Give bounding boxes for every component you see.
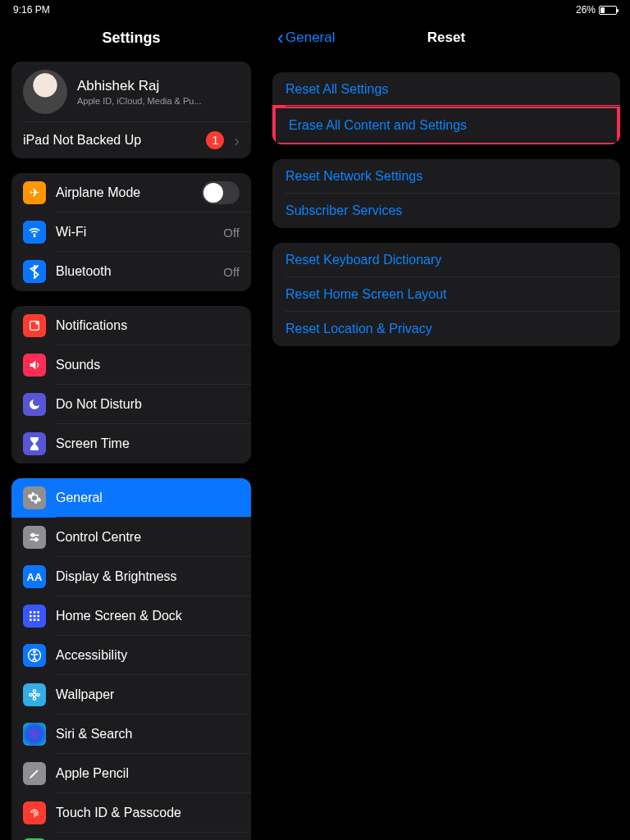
general-label: General <box>56 491 240 505</box>
moon-icon <box>23 393 46 416</box>
wallpaper-label: Wallpaper <box>56 687 240 702</box>
hourglass-icon <box>23 432 46 455</box>
svg-rect-14 <box>34 619 36 621</box>
reset-all-settings[interactable]: Reset All Settings <box>272 72 620 107</box>
partial-row[interactable] <box>11 833 251 840</box>
detail-header: ‹ General Reset <box>272 18 620 57</box>
accessibility-label: Accessibility <box>56 648 240 663</box>
screentime-label: Screen Time <box>56 436 240 451</box>
accessibility-icon <box>23 644 46 667</box>
back-button[interactable]: ‹ General <box>272 28 335 48</box>
reset-keyboard-dictionary[interactable]: Reset Keyboard Dictionary <box>272 243 620 277</box>
chevron-right-icon: › <box>234 131 240 150</box>
backup-label: iPad Not Backed Up <box>23 133 196 148</box>
apple-pencil-label: Apple Pencil <box>56 766 240 781</box>
home-screen-label: Home Screen & Dock <box>56 609 240 623</box>
svg-rect-12 <box>37 615 39 618</box>
control-centre-label: Control Centre <box>56 530 240 545</box>
fingerprint-icon <box>23 801 46 824</box>
svg-point-19 <box>33 690 35 692</box>
pencil-icon <box>23 762 46 785</box>
reset-network-settings[interactable]: Reset Network Settings <box>272 159 620 194</box>
battery-status: 26% <box>576 4 617 16</box>
svg-rect-7 <box>30 611 32 614</box>
backup-row[interactable]: iPad Not Backed Up 1 › <box>11 122 251 158</box>
dnd-row[interactable]: Do Not Disturb <box>11 385 251 424</box>
wallpaper-row[interactable]: Wallpaper <box>11 675 251 714</box>
home-screen-row[interactable]: Home Screen & Dock <box>11 596 251 636</box>
general-row[interactable]: General <box>11 478 251 518</box>
wifi-value: Off <box>223 226 240 240</box>
reset-group-2: Reset Network Settings Subscriber Servic… <box>272 159 620 228</box>
wifi-row[interactable]: Wi-Fi Off <box>11 212 251 252</box>
erase-all-content[interactable]: Erase All Content and Settings <box>276 108 617 143</box>
gear-icon <box>23 486 46 509</box>
sliders-icon <box>23 526 46 549</box>
touchid-row[interactable]: Touch ID & Passcode <box>11 793 251 833</box>
svg-rect-8 <box>34 611 36 614</box>
airplane-label: Airplane Mode <box>56 185 192 200</box>
siri-row[interactable]: Siri & Search <box>11 714 251 754</box>
svg-point-2 <box>35 322 39 325</box>
airplane-row[interactable]: ✈ Airplane Mode <box>11 173 251 212</box>
screentime-row[interactable]: Screen Time <box>11 424 251 463</box>
siri-label: Siri & Search <box>56 727 240 742</box>
status-time: 9:16 PM <box>13 4 50 16</box>
display-brightness-label: Display & Brightness <box>56 569 240 584</box>
svg-point-21 <box>30 693 32 696</box>
display-brightness-row[interactable]: AA Display & Brightness <box>11 557 251 596</box>
svg-point-22 <box>37 693 39 696</box>
detail-pane: ‹ General Reset Reset All Settings Erase… <box>262 18 630 840</box>
back-label: General <box>285 30 335 46</box>
bluetooth-label: Bluetooth <box>56 264 213 279</box>
svg-rect-9 <box>37 611 39 614</box>
connectivity-group: ✈ Airplane Mode Wi-Fi Off Bluetooth Off <box>11 173 251 291</box>
control-centre-row[interactable]: Control Centre <box>11 518 251 557</box>
profile-subtitle: Apple ID, iCloud, Media & Pu... <box>77 96 202 106</box>
svg-point-4 <box>31 534 34 536</box>
sounds-label: Sounds <box>56 358 240 372</box>
bluetooth-row[interactable]: Bluetooth Off <box>11 252 251 291</box>
touchid-label: Touch ID & Passcode <box>56 806 240 820</box>
chevron-left-icon: ‹ <box>277 28 284 48</box>
highlight-annotation: Erase All Content and Settings <box>272 105 620 144</box>
profile-row[interactable]: Abhishek Raj Apple ID, iCloud, Media & P… <box>11 62 251 122</box>
sidebar-title: Settings <box>0 18 262 62</box>
subscriber-services[interactable]: Subscriber Services <box>272 194 620 228</box>
svg-point-20 <box>33 697 35 700</box>
svg-point-18 <box>33 693 36 696</box>
avatar <box>23 70 67 114</box>
reset-group-1: Reset All Settings Erase All Content and… <box>272 72 620 144</box>
accessibility-row[interactable]: Accessibility <box>11 636 251 675</box>
status-bar: 9:16 PM 26% <box>0 0 630 18</box>
notifications-label: Notifications <box>56 318 240 333</box>
dnd-label: Do Not Disturb <box>56 397 240 412</box>
text-size-icon: AA <box>23 565 46 588</box>
svg-point-17 <box>34 651 35 652</box>
wifi-label: Wi-Fi <box>56 225 213 240</box>
battery-icon <box>599 6 617 15</box>
siri-icon <box>23 723 46 746</box>
airplane-toggle[interactable] <box>202 181 240 204</box>
notifications-row[interactable]: Notifications <box>11 306 251 345</box>
reset-location-privacy[interactable]: Reset Location & Privacy <box>272 312 620 346</box>
apple-pencil-row[interactable]: Apple Pencil <box>11 754 251 793</box>
settings-sidebar: Settings Abhishek Raj Apple ID, iCloud, … <box>0 18 262 840</box>
svg-point-6 <box>34 538 37 541</box>
grid-icon <box>23 605 46 628</box>
airplane-icon: ✈ <box>23 181 46 204</box>
reset-home-screen-layout[interactable]: Reset Home Screen Layout <box>272 277 620 312</box>
svg-point-0 <box>34 235 34 236</box>
alerts-group: Notifications Sounds Do Not Disturb Scre… <box>11 306 251 463</box>
sounds-row[interactable]: Sounds <box>11 345 251 385</box>
bluetooth-value: Off <box>223 265 240 279</box>
profile-card: Abhishek Raj Apple ID, iCloud, Media & P… <box>11 62 251 158</box>
bluetooth-icon <box>23 260 46 283</box>
profile-name: Abhishek Raj <box>77 78 202 94</box>
sounds-icon <box>23 354 46 377</box>
wifi-icon <box>23 221 46 244</box>
svg-rect-13 <box>30 619 32 621</box>
backup-badge: 1 <box>206 131 224 149</box>
reset-group-3: Reset Keyboard Dictionary Reset Home Scr… <box>272 243 620 346</box>
flower-icon <box>23 683 46 706</box>
